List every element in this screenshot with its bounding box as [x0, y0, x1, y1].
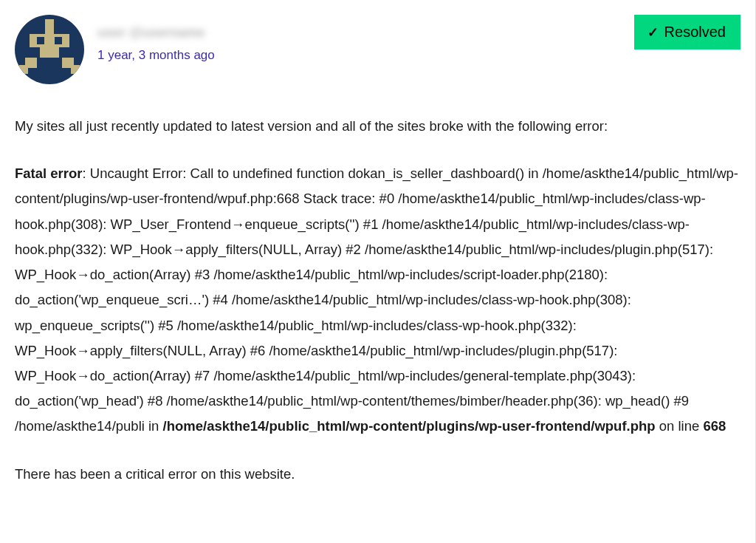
resolved-label: Resolved: [664, 24, 726, 41]
resolved-badge: ✓ Resolved: [634, 15, 740, 49]
svg-rect-2: [30, 34, 69, 47]
svg-rect-1: [45, 19, 54, 34]
svg-rect-11: [55, 37, 62, 44]
avatar[interactable]: [15, 15, 84, 84]
svg-rect-10: [37, 37, 44, 44]
check-icon: ✓: [647, 24, 659, 41]
user-meta: user @username 1 year, 3 months ago: [97, 15, 215, 63]
svg-rect-9: [55, 58, 62, 65]
svg-rect-8: [37, 58, 44, 65]
post-body: My sites all just recently updated to la…: [15, 114, 740, 487]
post-header: user @username 1 year, 3 months ago ✓ Re…: [15, 15, 740, 84]
error-line-number: 668: [703, 418, 726, 434]
post-timestamp[interactable]: 1 year, 3 months ago: [97, 48, 215, 63]
forum-post: user @username 1 year, 3 months ago ✓ Re…: [0, 0, 756, 543]
intro-paragraph: My sites all just recently updated to la…: [15, 114, 740, 139]
error-trace: Fatal error: Uncaught Error: Call to und…: [15, 161, 740, 439]
critical-error-msg: There has been a critical error on this …: [15, 462, 740, 487]
svg-rect-7: [71, 65, 80, 74]
svg-rect-6: [19, 65, 28, 74]
error-body: : Uncaught Error: Call to undefined func…: [15, 165, 738, 434]
error-path: /home/askthe14/public_html/wp-content/pl…: [163, 418, 656, 434]
username-link[interactable]: user @username: [97, 25, 215, 41]
fatal-error-label: Fatal error: [15, 165, 83, 181]
svg-rect-3: [40, 47, 59, 58]
on-line-text: on line: [656, 418, 704, 434]
